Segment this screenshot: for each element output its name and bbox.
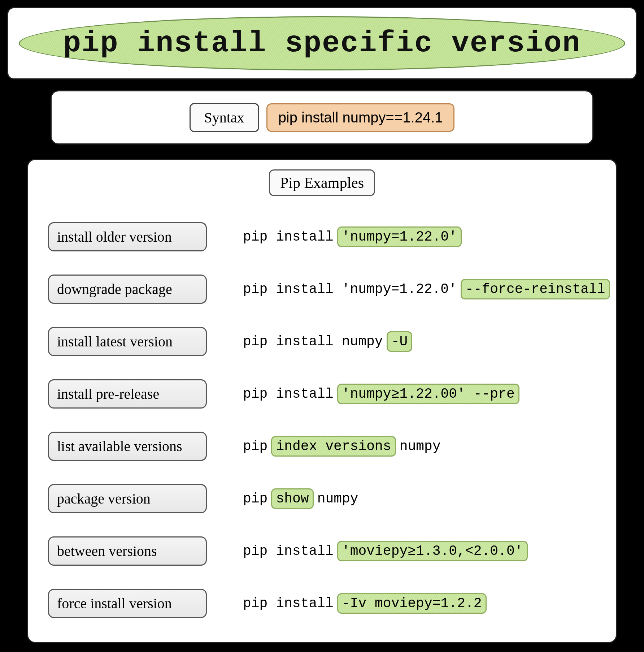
example-label: package version [48, 484, 207, 513]
cmd-suffix: numpy [317, 491, 358, 506]
example-row-force-install: force install version pip install -Iv mo… [28, 577, 616, 630]
cmd-prefix: pip install 'numpy=1.22.0' [243, 281, 457, 297]
example-command: pip install 'numpy=1.22.0' --force-reins… [243, 279, 614, 299]
cmd-prefix: pip install [243, 596, 334, 611]
syntax-card: Syntax pip install numpy==1.24.1 [51, 90, 593, 144]
header-ellipse: pip install specific version [19, 16, 625, 70]
example-command: pip show numpy [243, 488, 358, 509]
example-label: downgrade package [48, 275, 207, 304]
page-title: pip install specific version [63, 27, 581, 60]
example-row-list-versions: list available versions pip index versio… [28, 420, 616, 472]
example-command: pip index versions numpy [243, 436, 441, 457]
example-command: pip install -Iv moviepy=1.2.2 [243, 593, 490, 614]
example-rows: install older version pip install 'numpy… [28, 211, 616, 630]
cmd-highlight: -U [387, 331, 413, 352]
example-command: pip install 'numpy≥1.22.00' --pre [243, 384, 523, 404]
cmd-prefix: pip install numpy [243, 334, 383, 349]
cmd-suffix: numpy [400, 439, 441, 454]
syntax-example: pip install numpy==1.24.1 [266, 103, 455, 132]
example-command: pip install numpy -U [243, 331, 416, 352]
example-label: force install version [48, 589, 207, 618]
examples-card: Pip Examples install older version pip i… [27, 159, 617, 643]
example-command: pip install 'moviepy≥1.3.0,<2.0.0' [243, 541, 531, 561]
cmd-highlight: 'moviepy≥1.3.0,<2.0.0' [337, 541, 528, 561]
syntax-label: Syntax [190, 103, 259, 132]
example-row-latest: install latest version pip install numpy… [28, 315, 616, 368]
cmd-prefix: pip install [243, 386, 334, 402]
cmd-prefix: pip [243, 491, 267, 506]
example-label: install latest version [48, 327, 207, 356]
cmd-highlight: 'numpy=1.22.0' [337, 226, 462, 247]
cmd-prefix: pip [243, 439, 267, 454]
example-row-prerelease: install pre-release pip install 'numpy≥1… [28, 368, 616, 420]
example-label: install older version [48, 222, 207, 251]
cmd-highlight: -Iv moviepy=1.2.2 [337, 593, 487, 614]
cmd-highlight: 'numpy≥1.22.00' --pre [337, 384, 519, 404]
example-command: pip install 'numpy=1.22.0' [243, 226, 465, 247]
example-row-install-older: install older version pip install 'numpy… [28, 211, 616, 263]
example-label: between versions [48, 536, 207, 566]
section-title: Pip Examples [269, 169, 375, 196]
header-card: pip install specific version [7, 7, 637, 79]
cmd-prefix: pip install [243, 229, 334, 245]
example-row-between-versions: between versions pip install 'moviepy≥1.… [28, 525, 616, 577]
cmd-prefix: pip install [243, 543, 334, 559]
example-row-downgrade: downgrade package pip install 'numpy=1.2… [28, 263, 616, 315]
cmd-highlight: index versions [271, 436, 396, 457]
example-row-package-version: package version pip show numpy [28, 472, 616, 525]
cmd-highlight: show [271, 488, 313, 509]
cmd-highlight: --force-reinstall [461, 279, 610, 299]
example-label: list available versions [48, 432, 207, 461]
example-label: install pre-release [48, 379, 207, 409]
